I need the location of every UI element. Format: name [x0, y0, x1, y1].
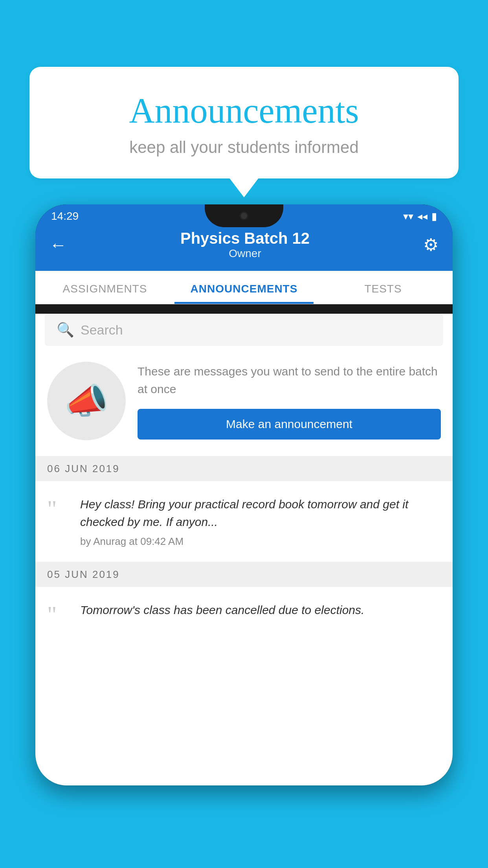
signal-icon: ◂◂: [417, 210, 427, 223]
make-announcement-button[interactable]: Make an announcement: [138, 409, 441, 440]
date-separator-1: 06 JUN 2019: [35, 456, 453, 481]
megaphone-icon: 📣: [64, 381, 108, 422]
search-bar[interactable]: 🔍 Search: [45, 314, 443, 346]
wifi-icon: ▾▾: [403, 210, 413, 223]
search-icon: 🔍: [57, 322, 74, 338]
app-header: ← Physics Batch 12 Owner ⚙: [35, 223, 453, 271]
announcement-meta-1: by Anurag at 09:42 AM: [80, 535, 441, 548]
phone-notch: [205, 204, 283, 227]
announcement-item-2[interactable]: " Tomorrow's class has been cancelled du…: [35, 587, 453, 632]
tabs-container: ASSIGNMENTS ANNOUNCEMENTS TESTS: [35, 271, 453, 304]
announcement-content-2: Tomorrow's class has been cancelled due …: [80, 601, 441, 623]
status-icons: ▾▾ ◂◂ ▮: [403, 210, 437, 223]
promo-bubble: Announcements keep all your students inf…: [29, 67, 459, 178]
user-role: Owner: [180, 247, 310, 260]
bubble-title: Announcements: [49, 90, 439, 131]
tab-assignments[interactable]: ASSIGNMENTS: [35, 271, 174, 304]
header-title-area: Physics Batch 12 Owner: [180, 230, 310, 260]
tab-announcements[interactable]: ANNOUNCEMENTS: [174, 271, 314, 304]
back-button[interactable]: ←: [50, 235, 67, 255]
bubble-subtitle: keep all your students informed: [49, 138, 439, 157]
settings-icon[interactable]: ⚙: [423, 235, 438, 255]
speech-bubble-card: Announcements keep all your students inf…: [29, 67, 459, 178]
promo-description: These are messages you want to send to t…: [138, 362, 441, 398]
announcement-text-2: Tomorrow's class has been cancelled due …: [80, 601, 441, 619]
date-separator-2: 05 JUN 2019: [35, 562, 453, 587]
announcement-text-1: Hey class! Bring your practical record b…: [80, 495, 441, 531]
quote-icon-2: ": [47, 605, 71, 624]
search-placeholder: Search: [81, 322, 123, 338]
announcement-content-1: Hey class! Bring your practical record b…: [80, 495, 441, 548]
announcement-item-1[interactable]: " Hey class! Bring your practical record…: [35, 481, 453, 562]
quote-icon-1: ": [47, 499, 71, 518]
status-time: 14:29: [51, 210, 79, 223]
promo-section: 📣 These are messages you want to send to…: [35, 346, 453, 456]
phone-body: 14:29 ▾▾ ◂◂ ▮ ← Physics Batch 12 Owner ⚙: [35, 204, 453, 785]
batch-name: Physics Batch 12: [180, 230, 310, 247]
screen-content: 🔍 Search 📣 These are messages you want t…: [35, 314, 453, 785]
tab-tests[interactable]: TESTS: [314, 271, 453, 304]
promo-right: These are messages you want to send to t…: [138, 362, 441, 440]
camera: [240, 211, 248, 220]
megaphone-circle: 📣: [47, 362, 126, 440]
phone-mockup: 14:29 ▾▾ ◂◂ ▮ ← Physics Batch 12 Owner ⚙: [35, 204, 453, 785]
battery-icon: ▮: [431, 210, 437, 223]
